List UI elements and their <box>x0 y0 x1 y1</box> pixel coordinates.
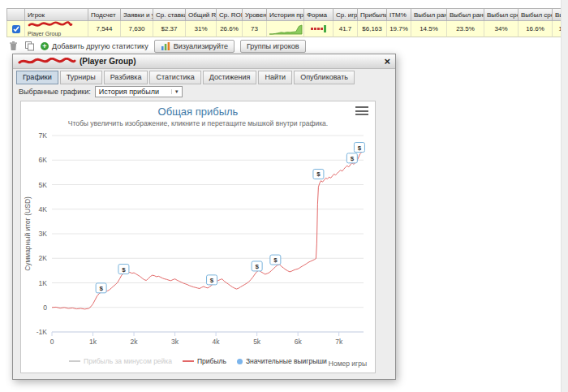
profit-chart[interactable]: -1K01K2K3K4K5K6K7K01k2k3k4k5k6k7kСуммарн… <box>23 131 373 355</box>
column-header[interactable]: Прибыль <box>358 9 387 21</box>
svg-text:0: 0 <box>50 338 54 346</box>
svg-text:5k: 5k <box>253 338 261 346</box>
cell-out-mid: 34% <box>484 21 519 37</box>
chart-title: Общая прибыль <box>21 106 375 118</box>
row-checkbox-input[interactable] <box>12 25 20 33</box>
svg-text:7k: 7k <box>335 338 343 346</box>
cell-profit: $6,163 <box>358 21 387 37</box>
column-header[interactable]: ITM% <box>387 9 411 21</box>
history-sparkline-chart <box>269 24 303 35</box>
tab-bar: ГрафикиТурнирыРазбивкаСтатистикаДостижен… <box>13 69 395 84</box>
table-row[interactable]: Player Group7,5447,630$2.3731%26.6%7341.… <box>6 21 565 37</box>
column-header[interactable]: Ср. ставка <box>153 9 186 21</box>
cell-count: 7,544 <box>88 21 121 37</box>
svg-text:$: $ <box>358 144 362 152</box>
tab-разбивка[interactable]: Разбивка <box>104 71 148 84</box>
plus-icon: + <box>41 42 49 50</box>
svg-text:5K: 5K <box>39 181 48 189</box>
svg-text:$: $ <box>351 155 355 162</box>
add-statistic-label: Добавить другую статистику <box>52 42 148 50</box>
legend-label: Прибыль за минусом рейка <box>84 357 172 365</box>
toolbar: + Добавить другую статистику Визуализиру… <box>8 39 306 53</box>
chart-select-row: Выбранные графики: История прибыли ▼ <box>13 84 395 99</box>
tab-турниры[interactable]: Турниры <box>60 71 102 84</box>
svg-text:4K: 4K <box>39 205 48 213</box>
player-group-popup: (Player Group) × ГрафикиТурнирыРазбивкаС… <box>12 54 396 380</box>
form-cell-mark <box>324 25 326 32</box>
cell-out-mid-late: 16.6% <box>519 21 553 37</box>
svg-text:7K: 7K <box>39 131 48 140</box>
column-header[interactable]: Уровень <box>243 9 267 21</box>
cell-avg-games: 41.7 <box>333 21 358 37</box>
svg-text:$: $ <box>210 277 214 284</box>
bar-chart-icon <box>161 41 170 51</box>
history-sparkline <box>267 21 304 37</box>
legend-item[interactable]: Прибыль <box>183 357 226 365</box>
svg-text:Суммарный итог (USD): Суммарный итог (USD) <box>24 196 32 271</box>
svg-text:$: $ <box>273 256 278 264</box>
player-group-label: Player Group <box>28 31 61 37</box>
svg-text:2K: 2K <box>39 254 48 262</box>
redacted-player-name <box>18 58 76 66</box>
chart-menu-button[interactable] <box>355 106 368 115</box>
cell-out-early-mid: 23.5% <box>447 21 484 37</box>
column-header[interactable]: Выбыл средне <box>519 9 553 21</box>
tab-достижения[interactable]: Достижения <box>203 71 257 84</box>
column-header[interactable]: Общий ROI <box>186 9 217 21</box>
stats-table: ИгрокПодсчетЗаявки и уСр. ставкаОбщий RO… <box>6 8 565 37</box>
legend-label: Прибыль <box>197 357 226 365</box>
column-header[interactable]: Выбыл рано <box>411 9 447 21</box>
cell-itm: 19.7% <box>387 21 411 37</box>
legend-swatch <box>183 360 194 362</box>
chart-subtitle: Чтобы увеличить изображение, кликните и … <box>21 119 375 127</box>
svg-text:-1K: -1K <box>37 328 48 336</box>
player-groups-button[interactable]: Группы игроков <box>240 40 306 53</box>
legend-item[interactable]: Значительные выигрыши <box>237 357 327 365</box>
player-cell: Player Group <box>25 21 88 37</box>
delete-icon[interactable] <box>8 41 19 51</box>
svg-text:1K: 1K <box>39 279 48 287</box>
chart-select[interactable]: История прибыли ▼ <box>95 86 183 97</box>
form-cell-mark <box>311 28 313 30</box>
column-header[interactable]: История при <box>267 9 304 21</box>
tab-опубликовать[interactable]: Опубликовать <box>294 71 355 84</box>
svg-text:4k: 4k <box>213 338 221 346</box>
selected-charts-label: Выбранные графики: <box>19 88 91 96</box>
cell-avg-stake: $2.37 <box>153 21 186 37</box>
popup-header[interactable]: (Player Group) × <box>13 54 395 69</box>
row-checkbox[interactable] <box>7 21 25 37</box>
close-icon[interactable]: × <box>384 56 390 67</box>
vertical-scrollbar[interactable] <box>561 0 568 392</box>
tab-найти[interactable]: Найти <box>258 71 292 84</box>
column-header[interactable]: Ср. игры <box>333 9 358 21</box>
svg-text:2k: 2k <box>131 338 139 346</box>
column-header[interactable]: Подсчет <box>88 9 121 21</box>
column-header[interactable]: Заявки и у <box>121 9 153 21</box>
svg-text:1k: 1k <box>89 338 97 346</box>
xaxis-title: Номер игры <box>329 360 367 368</box>
svg-text:$: $ <box>122 266 126 274</box>
column-header[interactable]: Выбыл рано/с <box>447 9 484 21</box>
column-header[interactable]: Форма <box>304 9 333 21</box>
add-statistic-button[interactable]: + Добавить другую статистику <box>41 42 148 50</box>
column-header[interactable]: Выбыл среди <box>484 9 519 21</box>
legend-item[interactable]: Прибыль за минусом рейка <box>69 357 172 365</box>
visualize-button[interactable]: Визуализируйте <box>154 40 235 53</box>
svg-text:6k: 6k <box>295 338 303 346</box>
svg-text:$: $ <box>316 170 321 178</box>
column-header[interactable]: Игрок <box>25 9 88 21</box>
player-groups-label: Группы игроков <box>247 42 299 50</box>
legend-swatch <box>69 360 80 362</box>
form-cell-mark <box>321 28 323 30</box>
form-indicator <box>304 21 333 37</box>
copy-icon[interactable] <box>24 41 35 51</box>
column-header[interactable]: Ср. ROI <box>217 9 243 21</box>
cell-entries: 7,630 <box>121 21 153 37</box>
tab-графики[interactable]: Графики <box>16 71 58 84</box>
tab-статистика[interactable]: Статистика <box>149 71 200 84</box>
svg-text:3k: 3k <box>171 338 179 346</box>
table-header-row: ИгрокПодсчетЗаявки и уСр. ставкаОбщий RO… <box>6 8 565 21</box>
header-checkbox-cell[interactable] <box>7 9 25 21</box>
redacted-player-name <box>28 21 73 30</box>
cell-total-roi: 31% <box>186 21 217 37</box>
